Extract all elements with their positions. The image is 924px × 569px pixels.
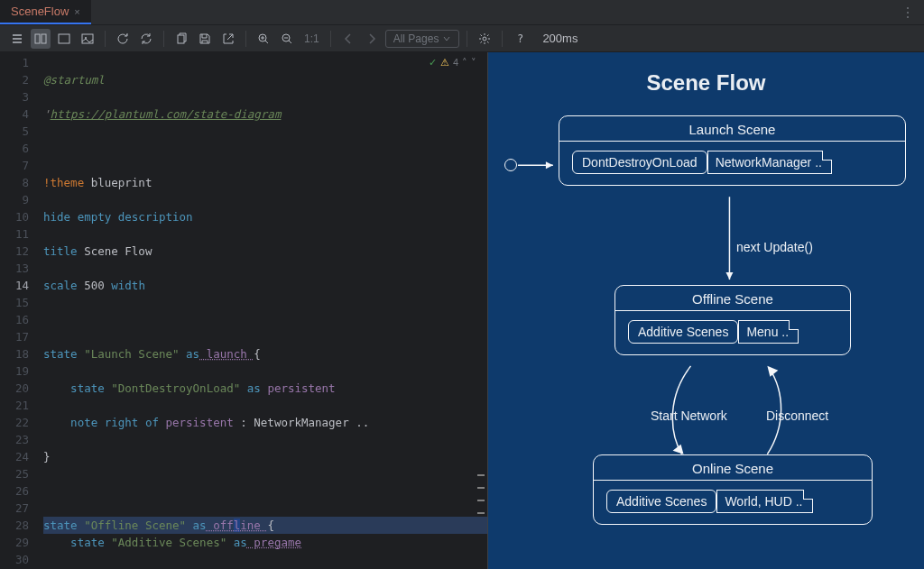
svg-point-2 [907,16,909,18]
svg-rect-8 [178,35,184,43]
note-menu: Menu .. [738,320,799,344]
initial-state-icon [504,159,517,171]
chevron-down-icon[interactable]: ˅ [471,54,476,71]
check-icon: ✓ [429,54,437,71]
external-link-icon[interactable] [218,29,238,49]
view-split-icon[interactable] [31,29,51,49]
tab-overflow-menu[interactable] [901,0,924,24]
state-online: Online Scene Additive Scenes World, HUD … [593,454,873,525]
zoom-ratio[interactable]: 1:1 [300,32,323,45]
render-time: 200ms [542,32,578,45]
refresh-icon[interactable] [113,29,133,49]
gutter: 123 456 789 101112 131415 161718 192021 … [0,52,43,569]
svg-point-0 [907,7,909,9]
svg-rect-4 [42,34,46,43]
nav-back-icon[interactable] [338,29,358,49]
note-networkmanager: NetworkManager .. [707,151,832,174]
image-icon[interactable] [78,29,97,49]
help-icon[interactable]: ? [510,29,530,49]
svg-rect-6 [82,34,93,43]
more-vertical-icon [901,5,915,20]
edge-label-update: next Update() [736,240,813,254]
tab-sceneflow[interactable]: SceneFlow × [0,0,91,24]
edge-label-disconnect: Disconnect [766,408,828,423]
state-offline: Offline Scene Additive Scenes Menu .. [614,285,851,355]
inspection-badge[interactable]: ✓⚠ 4 ˄ ˅ [429,54,476,71]
save-icon[interactable] [195,29,215,49]
inner-state-persistent: DontDestroyOnLoad [572,151,707,174]
svg-point-11 [483,37,486,41]
svg-marker-14 [725,272,733,280]
svg-marker-15 [673,445,684,454]
zoom-out-icon[interactable] [277,29,297,49]
view-list-icon[interactable] [7,29,27,49]
view-preview-icon[interactable] [54,29,74,49]
edge-label-start: Start Network [651,408,727,423]
svg-rect-3 [35,34,40,43]
nav-forward-icon[interactable] [362,29,382,49]
diagram-title: Scene Flow [488,52,924,96]
zoom-in-icon[interactable] [254,29,273,49]
svg-text:?: ? [517,32,523,45]
svg-marker-16 [767,366,778,377]
tab-bar: SceneFlow × [0,0,924,25]
chevron-down-icon [442,34,451,43]
svg-marker-13 [546,161,553,169]
pages-dropdown[interactable]: All Pages [385,30,460,48]
svg-point-1 [907,12,909,14]
code-editor[interactable]: 123 456 789 101112 131415 161718 192021 … [0,52,487,569]
diagram-preview[interactable]: Scene Flow Launch Scene DontDestroyOnLoa… [487,52,924,569]
note-world: World, HUD .. [716,490,812,513]
close-icon[interactable]: × [74,6,79,17]
tab-title: SceneFlow [11,5,69,18]
error-stripe[interactable] [477,52,485,569]
code-content[interactable]: @startuml 'https://plantuml.com/state-di… [43,52,487,569]
chevron-up-icon[interactable]: ˄ [462,54,467,71]
inner-state-pregame: Additive Scenes [628,320,738,344]
svg-rect-5 [59,34,69,43]
editor-toolbar: 1:1 All Pages ? 200ms [0,25,924,52]
sync-icon[interactable] [136,29,156,49]
warning-icon: ⚠ [440,54,449,71]
settings-gear-icon[interactable] [475,29,494,49]
state-launch: Launch Scene DontDestroyOnLoad NetworkMa… [559,115,906,186]
inner-state-ingame: Additive Scenes [606,490,716,513]
copy-icon[interactable] [171,29,191,49]
